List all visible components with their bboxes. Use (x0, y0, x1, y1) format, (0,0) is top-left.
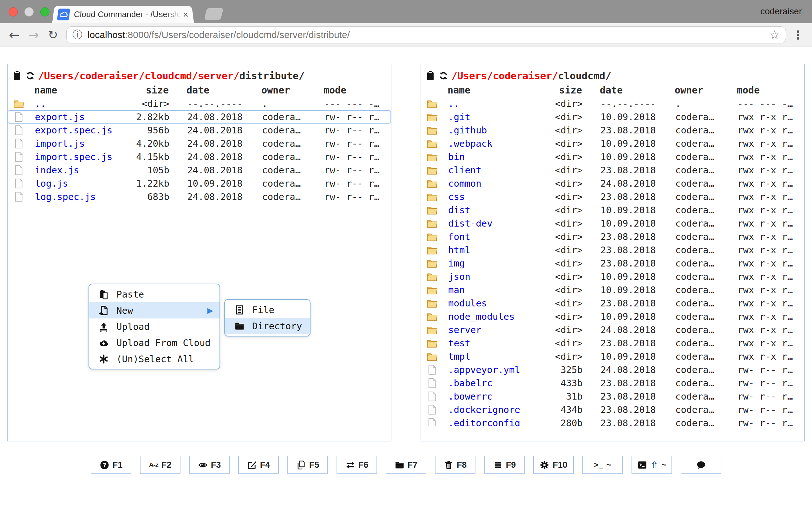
file-row[interactable]: test<dir>23.08.2018codera…rwx r-x r… (421, 337, 804, 350)
file-row[interactable]: node_modules<dir>10.09.2018codera…rwx r-… (421, 310, 804, 323)
fkey-f6-swap-button[interactable]: F6 (337, 456, 377, 474)
address-bar[interactable]: ⓘ localhost:8000/fs/Users/coderaiser/clo… (66, 26, 786, 43)
column-header-size[interactable]: size (545, 84, 582, 96)
file-link[interactable]: tmpl (441, 351, 546, 362)
file-row[interactable]: font<dir>23.08.2018codera…rwx r-x r… (421, 230, 804, 243)
fkey-f8-trash-button[interactable]: F8 (435, 456, 475, 474)
fkey-chat-chat-button[interactable] (681, 456, 721, 474)
column-header-mode[interactable]: mode (323, 84, 391, 96)
file-link[interactable]: log.js (28, 178, 133, 189)
file-link[interactable]: client (441, 165, 546, 176)
file-row[interactable]: log.spec.js683b24.08.2018codera…rw- r-- … (8, 190, 391, 204)
fkey-f9-menu-button[interactable]: F9 (484, 456, 525, 474)
clipboard-icon[interactable] (425, 70, 436, 81)
file-row[interactable]: .bowerrc31b23.08.2018codera…rw- r-- r… (421, 390, 804, 403)
column-header-date[interactable]: date (169, 84, 261, 96)
column-header-name[interactable]: name (27, 84, 132, 96)
background-tab-stub[interactable] (204, 8, 223, 20)
file-link[interactable]: .editorconfig (441, 418, 546, 426)
file-row[interactable]: json<dir>10.09.2018codera…rwx r-x r… (421, 270, 804, 283)
file-row[interactable]: .babelrc433b23.08.2018codera…rw- r-- r… (421, 377, 804, 390)
page-info-icon[interactable]: ⓘ (72, 28, 83, 42)
fkey-f4-edit-button[interactable]: F4 (238, 456, 279, 474)
file-row[interactable]: export.js2.82kb24.08.2018codera…rw- r-- … (8, 110, 391, 124)
file-link[interactable]: html (441, 245, 546, 256)
column-header-owner[interactable]: owner (261, 84, 323, 96)
file-link[interactable]: .babelrc (441, 378, 546, 389)
menu-item-upload-from-cloud[interactable]: Upload From Cloud (89, 335, 219, 351)
fkey-f2-sort-az-button[interactable]: A-zF2 (140, 456, 181, 474)
file-link[interactable]: img (441, 258, 546, 269)
refresh-icon[interactable] (438, 71, 449, 81)
window-close-button[interactable] (9, 7, 18, 16)
file-row[interactable]: .github<dir>23.08.2018codera…rwx r-x r… (421, 124, 804, 137)
window-minimize-button[interactable] (24, 7, 34, 16)
menu-item-directory[interactable]: Directory (225, 318, 310, 334)
column-header-name[interactable]: name (441, 84, 545, 96)
reload-icon[interactable]: ↻ (48, 29, 58, 41)
file-row[interactable]: log.js1.22kb10.09.2018codera…rw- r-- r… (8, 177, 391, 190)
file-link[interactable]: css (441, 191, 546, 202)
menu-item-paste[interactable]: Paste (89, 286, 219, 302)
file-link[interactable]: log.spec.js (28, 191, 133, 202)
menu-item-new[interactable]: New▶ (89, 302, 219, 319)
file-row[interactable]: img<dir>23.08.2018codera…rwx r-x r… (421, 257, 804, 270)
tab-close-icon[interactable]: × (183, 10, 189, 19)
file-link[interactable]: export.spec.js (28, 125, 133, 135)
file-row[interactable]: .git<dir>10.09.2018codera…rwx r-x r… (421, 110, 804, 124)
file-link[interactable]: index.js (28, 165, 133, 176)
file-link[interactable]: export.js (28, 112, 133, 122)
file-row[interactable]: .appveyor.yml325b24.08.2018codera…rw- r-… (421, 363, 804, 377)
path-parent-links[interactable]: /Users/coderaiser/cloudcmd/server/ (38, 70, 240, 81)
file-row[interactable]: css<dir>23.08.2018codera…rwx r-x r… (421, 190, 804, 204)
file-row[interactable]: .editorconfig280b23.08.2018codera…rw- r-… (421, 416, 804, 426)
file-link[interactable]: .github (441, 125, 546, 135)
file-link[interactable]: common (441, 178, 546, 189)
column-header-date[interactable]: date (582, 84, 675, 96)
file-link[interactable]: modules (441, 298, 546, 308)
fkey-tilde-console-shift-button[interactable]: ⇧~ (631, 456, 672, 474)
fkey-f5-copy-button[interactable]: F5 (287, 456, 328, 474)
file-row[interactable]: client<dir>23.08.2018codera…rwx r-x r… (421, 164, 804, 177)
file-row[interactable]: man<dir>10.09.2018codera…rwx r-x r… (421, 283, 804, 297)
file-row[interactable]: common<dir>24.08.2018codera…rwx r-x r… (421, 177, 804, 190)
fkey-f3-eye-button[interactable]: F3 (189, 456, 230, 474)
file-row[interactable]: import.spec.js4.15kb24.08.2018codera…rw-… (8, 150, 391, 164)
file-link[interactable]: dist-dev (441, 218, 546, 229)
file-row[interactable]: export.spec.js956b24.08.2018codera…rw- r… (8, 124, 391, 137)
browser-tab[interactable]: Cloud Commander - /Users/co × (52, 6, 194, 23)
file-link[interactable]: man (441, 285, 546, 295)
fkey-f10-gear-button[interactable]: F10 (533, 456, 574, 474)
file-row[interactable]: tmpl<dir>10.09.2018codera…rwx r-x r… (421, 350, 804, 363)
fkey-f7-folder-solid-button[interactable]: F7 (386, 456, 426, 474)
file-link[interactable]: node_modules (441, 311, 546, 322)
path-parent-links[interactable]: /Users/coderaiser/ (451, 70, 558, 81)
column-header-mode[interactable]: mode (737, 84, 804, 96)
file-row[interactable]: modules<dir>23.08.2018codera…rwx r-x r… (421, 297, 804, 310)
file-link[interactable]: bin (441, 152, 546, 162)
file-link[interactable]: .dockerignore (441, 404, 546, 415)
file-row[interactable]: ..<dir>--.--.----.--- --- -… (421, 97, 804, 110)
column-header-owner[interactable]: owner (675, 84, 737, 96)
menu-item--un-select-all[interactable]: (Un)Select All (89, 351, 219, 367)
file-link[interactable]: .. (441, 98, 546, 109)
file-row[interactable]: .dockerignore434b23.08.2018codera…rw- r-… (421, 403, 804, 416)
file-row[interactable]: dist<dir>10.09.2018codera…rwx r-x r… (421, 204, 804, 217)
file-row[interactable]: dist-dev<dir>10.09.2018codera…rwx r-x r… (421, 217, 804, 230)
file-link[interactable]: .. (28, 98, 133, 109)
menu-item-file[interactable]: File (225, 302, 310, 318)
file-row[interactable]: server<dir>24.08.2018codera…rwx r-x r… (421, 323, 804, 337)
file-row[interactable]: import.js4.20kb24.08.2018codera…rw- r-- … (8, 137, 391, 150)
file-link[interactable]: test (441, 338, 546, 349)
file-link[interactable]: server (441, 325, 546, 335)
fkey-tilde-terminal-button[interactable]: >_~ (582, 456, 623, 474)
file-link[interactable]: .git (441, 112, 546, 122)
file-row[interactable]: .webpack<dir>10.09.2018codera…rwx r-x r… (421, 137, 804, 150)
file-row[interactable]: index.js105b24.08.2018codera…rw- r-- r… (8, 164, 391, 177)
file-link[interactable]: import.js (28, 138, 133, 149)
file-link[interactable]: .appveyor.yml (441, 364, 546, 375)
window-zoom-button[interactable] (40, 7, 49, 16)
back-icon[interactable]: ← (9, 29, 20, 41)
file-link[interactable]: font (441, 231, 546, 242)
browser-menu-icon[interactable]: ⋮ (792, 29, 804, 42)
